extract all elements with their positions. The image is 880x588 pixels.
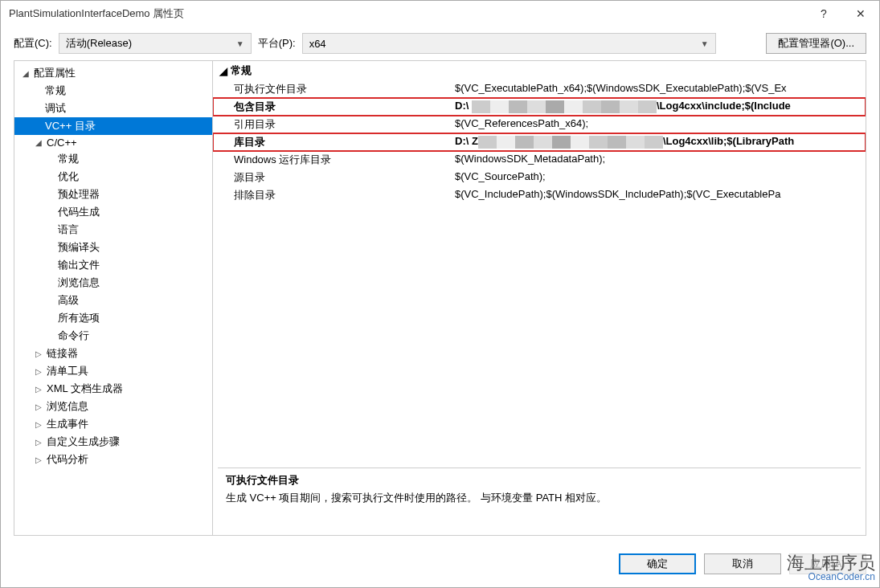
property-panel: ◢常规 可执行文件目录$(VC_ExecutablePath_x64);$(Wi…: [213, 60, 866, 536]
tree-code-analysis[interactable]: ▷代码分析: [14, 451, 212, 468]
property-label: 源目录: [234, 170, 455, 185]
close-button[interactable]: ✕: [842, 1, 879, 27]
tree-ccpp-item[interactable]: 高级: [14, 292, 212, 309]
description-title: 可执行文件目录: [226, 473, 853, 488]
redacted-icon: [472, 100, 657, 113]
platform-value: x64: [309, 38, 326, 50]
property-value[interactable]: $(VC_IncludePath);$(WindowsSDK_IncludePa…: [455, 188, 866, 202]
tree-build-events[interactable]: ▷生成事件: [14, 415, 212, 433]
footer: 确定 取消 应用(A): [1, 545, 879, 587]
toolbar: 配置(C): 活动(Release) ▼ 平台(P): x64 ▼ 配置管理器(…: [1, 27, 879, 60]
titlebar: PlantSimulationInterfaceDemo 属性页 ? ✕: [1, 1, 879, 27]
redacted-icon: [478, 136, 663, 149]
apply-button[interactable]: 应用(A): [789, 553, 866, 574]
chevron-down-icon: ▼: [701, 39, 709, 48]
tree-ccpp[interactable]: ◢C/C++: [14, 135, 212, 150]
tree-ccpp-item[interactable]: 预编译头: [14, 239, 212, 256]
property-value[interactable]: D:\ \Log4cxx\include;$(Include: [455, 100, 866, 114]
property-label: 可执行文件目录: [234, 82, 455, 96]
tree-ccpp-item[interactable]: 优化: [14, 168, 212, 186]
tree-general[interactable]: 常规: [14, 82, 212, 100]
tree-ccpp-item[interactable]: 语言: [14, 221, 212, 239]
property-row[interactable]: 包含目录D:\ \Log4cxx\include;$(Include: [213, 98, 866, 116]
tree-linker[interactable]: ▷链接器: [14, 345, 212, 362]
property-row[interactable]: Windows 运行库目录$(WindowsSDK_MetadataPath);: [213, 151, 866, 169]
window-title: PlantSimulationInterfaceDemo 属性页: [9, 6, 805, 21]
tree-panel[interactable]: ◢配置属性 常规 调试 VC++ 目录 ◢C/C++ 常规优化预处理器代码生成语…: [14, 60, 213, 536]
section-header[interactable]: ◢常规: [213, 61, 866, 80]
platform-label: 平台(P):: [258, 36, 296, 51]
tree-ccpp-item[interactable]: 浏览信息: [14, 274, 212, 292]
tree-manifest[interactable]: ▷清单工具: [14, 362, 212, 380]
property-grid[interactable]: ◢常规 可执行文件目录$(VC_ExecutablePath_x64);$(Wi…: [213, 61, 866, 463]
property-label: 引用目录: [234, 117, 455, 132]
property-row[interactable]: 可执行文件目录$(VC_ExecutablePath_x64);$(Window…: [213, 80, 866, 98]
help-button[interactable]: ?: [805, 1, 842, 27]
property-value[interactable]: $(VC_SourcePath);: [455, 170, 866, 185]
tree-ccpp-item[interactable]: 输出文件: [14, 256, 212, 274]
tree-ccpp-item[interactable]: 命令行: [14, 327, 212, 345]
tree-ccpp-item[interactable]: 预处理器: [14, 186, 212, 203]
property-row[interactable]: 排除目录$(VC_IncludePath);$(WindowsSDK_Inclu…: [213, 186, 866, 204]
tree-debug[interactable]: 调试: [14, 100, 212, 117]
property-row[interactable]: 源目录$(VC_SourcePath);: [213, 169, 866, 186]
config-label: 配置(C):: [14, 36, 52, 51]
chevron-down-icon: ▼: [236, 39, 244, 48]
config-combo[interactable]: 活动(Release) ▼: [59, 33, 252, 54]
property-row[interactable]: 库目录D:\ Z\Log4cxx\lib;$(LibraryPath: [213, 133, 866, 151]
tree-ccpp-item[interactable]: 所有选项: [14, 309, 212, 327]
description-text: 生成 VC++ 项目期间，搜索可执行文件时使用的路径。 与环境变量 PATH 相…: [226, 491, 853, 505]
ok-button[interactable]: 确定: [619, 553, 696, 574]
description-panel: 可执行文件目录 生成 VC++ 项目期间，搜索可执行文件时使用的路径。 与环境变…: [218, 468, 861, 530]
config-manager-button[interactable]: 配置管理器(O)...: [766, 33, 866, 54]
property-label: 包含目录: [234, 100, 455, 114]
config-value: 活动(Release): [66, 36, 132, 51]
property-value[interactable]: $(WindowsSDK_MetadataPath);: [455, 153, 866, 167]
property-label: 排除目录: [234, 188, 455, 202]
tree-ccpp-item[interactable]: 代码生成: [14, 203, 212, 221]
property-label: Windows 运行库目录: [234, 153, 455, 167]
tree-custom-build[interactable]: ▷自定义生成步骤: [14, 433, 212, 451]
property-value[interactable]: D:\ Z\Log4cxx\lib;$(LibraryPath: [455, 135, 866, 149]
tree-ccpp-item[interactable]: 常规: [14, 150, 212, 168]
tree-root[interactable]: ◢配置属性: [14, 64, 212, 82]
platform-combo[interactable]: x64 ▼: [302, 33, 716, 54]
property-row[interactable]: 引用目录$(VC_ReferencesPath_x64);: [213, 116, 866, 133]
property-value[interactable]: $(VC_ReferencesPath_x64);: [455, 117, 866, 132]
property-value[interactable]: $(VC_ExecutablePath_x64);$(WindowsSDK_Ex…: [455, 82, 866, 96]
property-label: 库目录: [234, 135, 455, 149]
tree-xml-doc[interactable]: ▷XML 文档生成器: [14, 380, 212, 398]
cancel-button[interactable]: 取消: [704, 553, 781, 574]
tree-browse-info[interactable]: ▷浏览信息: [14, 398, 212, 415]
tree-vcpp-dirs[interactable]: VC++ 目录: [14, 117, 212, 135]
